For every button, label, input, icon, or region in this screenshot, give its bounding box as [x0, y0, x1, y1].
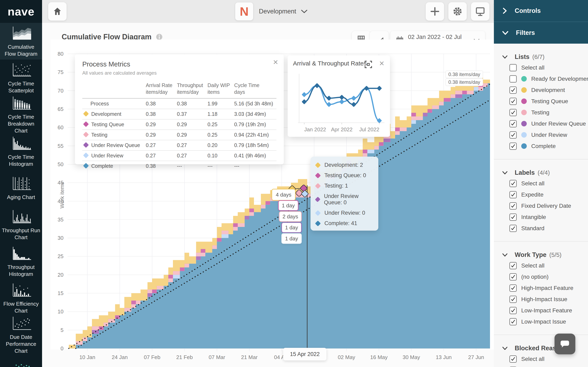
sidebar-item-due-date-performance-chart[interactable]: Due Date Performance Chart: [0, 317, 42, 353]
svg-text:Apr 2022: Apr 2022: [331, 126, 353, 133]
filter-group-title: Lists: [515, 53, 529, 60]
nave-logo[interactable]: nave: [0, 0, 42, 23]
sidebar-item-label: Throughput Histogram: [2, 264, 40, 278]
filters-label: Filters: [516, 29, 535, 36]
checkbox[interactable]: [509, 225, 517, 232]
checkbox[interactable]: [509, 142, 517, 150]
breakdown-chart-icon: [9, 95, 33, 112]
stage-name: Process: [90, 101, 109, 106]
filter-group-labels[interactable]: Labels(4/4): [494, 167, 588, 178]
checkbox[interactable]: [509, 131, 517, 139]
filter-option-standard[interactable]: Standard: [494, 223, 588, 234]
filter-option-label: Select all: [521, 262, 545, 269]
checkbox[interactable]: [509, 98, 517, 105]
close-icon[interactable]: ×: [273, 58, 278, 67]
sidebar-item-cycle-time-scatterplot[interactable]: Cycle Time Scatterplot: [0, 59, 42, 96]
checkbox[interactable]: [509, 120, 517, 127]
filter-option-label: Under Review Queue: [531, 120, 586, 127]
process-metrics-title: Process Metrics: [82, 60, 277, 68]
sidebar-item-throughput-run-chart[interactable]: Throughput Run Chart: [0, 206, 42, 243]
sidebar-item-cycle-time-histogram[interactable]: Cycle Time Histogram: [0, 133, 42, 170]
stage-name: Development: [91, 111, 121, 117]
filter-option-high-impact-feature[interactable]: High-Impact Feature: [494, 282, 588, 294]
checkbox[interactable]: [509, 262, 517, 269]
checkbox[interactable]: [509, 273, 517, 281]
svg-text:70: 70: [58, 88, 63, 94]
divider: [494, 241, 588, 242]
filter-option-under-review-queue[interactable]: Under Review Queue: [494, 118, 588, 129]
filter-option-testing[interactable]: Testing: [494, 107, 588, 118]
filter-option-intangible[interactable]: Intangible: [494, 211, 588, 223]
sidebar-item-partial[interactable]: [0, 353, 42, 367]
filter-option-complete[interactable]: Complete: [494, 141, 588, 152]
duration-label: 1 day: [281, 222, 302, 233]
process-metrics-subtitle: All values are calculated averages: [82, 70, 277, 76]
sidebar-item-cycle-time-breakdown-chart[interactable]: Cycle Time Breakdown Chart: [0, 96, 42, 133]
filters-header[interactable]: Filters: [494, 22, 588, 44]
svg-text:60: 60: [58, 124, 63, 131]
filter-option-development[interactable]: Development: [494, 84, 588, 96]
filter-option-select-all[interactable]: Select all: [494, 178, 588, 189]
metric-value: ---: [175, 161, 206, 171]
filter-option--no-option-[interactable]: (no option): [494, 365, 588, 367]
filter-option-select-all[interactable]: Select all: [494, 353, 588, 365]
checkbox[interactable]: [509, 307, 517, 314]
svg-text:35: 35: [58, 217, 63, 223]
checkbox[interactable]: [509, 109, 517, 116]
add-button[interactable]: [426, 2, 444, 21]
cthist-chart-icon: [9, 135, 33, 152]
chat-button[interactable]: [554, 334, 575, 354]
svg-text:13 Jun: 13 Jun: [436, 354, 452, 360]
filter-option-low-impact-feature[interactable]: Low-Impact Feature: [494, 305, 588, 316]
checkbox[interactable]: [509, 64, 517, 71]
gear-icon: [452, 6, 463, 17]
sidebar-item-throughput-histogram[interactable]: Throughput Histogram: [0, 243, 42, 280]
table-row: Development0.380.371.183.03 (3d 49m): [82, 109, 277, 119]
display-button[interactable]: [471, 2, 489, 21]
checkbox[interactable]: [509, 86, 517, 94]
filter-option-fixed-delivery-date[interactable]: Fixed Delivery Date: [494, 200, 588, 211]
checkbox[interactable]: [509, 296, 517, 303]
filter-option-select-all[interactable]: Select all: [494, 260, 588, 271]
filter-option-under-review[interactable]: Under Review: [494, 129, 588, 141]
board-selector[interactable]: N Development: [235, 2, 308, 21]
checkbox[interactable]: [509, 355, 517, 363]
settings-button[interactable]: [448, 2, 467, 21]
checkbox[interactable]: [509, 202, 517, 210]
filter-option-expedite[interactable]: Expedite: [494, 189, 588, 200]
filter-option-high-impact-issue[interactable]: High-Impact Issue: [494, 294, 588, 305]
filter-option-ready-for-development[interactable]: Ready for Development: [494, 73, 588, 84]
thist-chart-icon: [9, 245, 33, 262]
filter-option-testing-queue[interactable]: Testing Queue: [494, 96, 588, 107]
filter-option-label: Select all: [521, 64, 545, 71]
filter-option--no-option-[interactable]: (no option): [494, 271, 588, 282]
expand-icon[interactable]: [364, 60, 372, 68]
metric-value: 1.18: [206, 109, 233, 119]
sidebar-item-label: Cumulative Flow Diagram: [2, 44, 40, 58]
table-row: Testing0.290.290.250.94 (22h 41m): [82, 130, 277, 140]
selected-date-label[interactable]: 15 Apr 2022: [283, 348, 327, 360]
metric-value: 3.03 (3d 49m): [233, 109, 277, 119]
stage-color-dot: [521, 121, 527, 126]
filter-group-work-type[interactable]: Work Type(5/5): [494, 250, 588, 260]
home-button[interactable]: [48, 2, 67, 21]
filter-option-low-impact-issue[interactable]: Low-Impact Issue: [494, 316, 588, 327]
filter-option-select-all[interactable]: Select all: [494, 62, 588, 73]
sidebar-item-cumulative-flow-diagram[interactable]: Cumulative Flow Diagram: [0, 23, 42, 59]
filter-group-lists[interactable]: Lists(6/7): [494, 52, 588, 62]
checkbox[interactable]: [509, 213, 517, 221]
checkbox[interactable]: [509, 180, 517, 187]
sidebar-item-flow-efficiency-chart[interactable]: Flow Efficiency Chart: [0, 280, 42, 317]
sidebar-item-aging-chart[interactable]: Aging Chart: [0, 170, 42, 206]
filter-option-label: Testing: [531, 109, 549, 116]
checkbox[interactable]: [509, 191, 517, 198]
chevron-down-icon: [502, 54, 508, 59]
checkbox[interactable]: [509, 284, 517, 292]
tooltip-row: Under Review: 0: [316, 210, 376, 216]
controls-header[interactable]: Controls: [494, 0, 588, 22]
checkbox[interactable]: [509, 75, 517, 83]
close-icon[interactable]: ×: [379, 59, 384, 68]
stage-name: Complete: [91, 163, 113, 169]
process-metrics-table: Arrival Rateitems/dayThroughputitems/day…: [82, 81, 277, 171]
checkbox[interactable]: [509, 318, 517, 325]
